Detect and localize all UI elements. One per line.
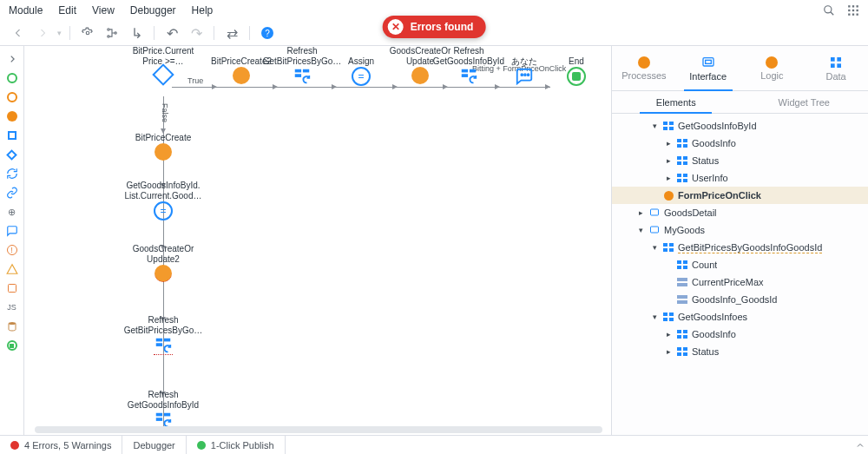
refresh-data-icon bbox=[154, 336, 173, 355]
svg-rect-49 bbox=[683, 161, 687, 165]
tree-row[interactable]: ▾GetGoodsInfoById bbox=[612, 117, 868, 135]
tree-caret-icon[interactable]: ▸ bbox=[664, 156, 673, 165]
svg-rect-45 bbox=[683, 144, 687, 148]
tree-caret-icon[interactable]: ▸ bbox=[664, 139, 673, 148]
toolbar-undo-icon[interactable]: ↶ bbox=[162, 24, 181, 42]
subtab-widget-tree-label: Widget Tree bbox=[779, 97, 830, 108]
tree-caret-icon[interactable]: ▸ bbox=[664, 330, 673, 339]
tree-caret-icon[interactable]: ▾ bbox=[650, 313, 659, 321]
server-action-icon bbox=[233, 67, 250, 84]
tree-item-icon bbox=[676, 328, 688, 340]
tool-refresh-icon[interactable] bbox=[4, 166, 20, 181]
panel-sub-tabs: Elements Widget Tree bbox=[612, 91, 868, 114]
node-getgoods-assign[interactable]: GetGoodsInfoById. List.Current.Good… = bbox=[127, 181, 200, 220]
menu-module[interactable]: Module bbox=[9, 4, 43, 16]
node-vrefresh2[interactable]: Refresh GetGoodsInfoById bbox=[127, 390, 200, 430]
tool-link-icon[interactable] bbox=[4, 185, 20, 201]
tool-chevron-right-icon[interactable] bbox=[4, 51, 20, 67]
node-label: Refresh GetGoodsInfoById bbox=[128, 390, 199, 411]
tool-note-icon[interactable] bbox=[4, 280, 20, 296]
tree-row[interactable]: ▸Status bbox=[612, 152, 868, 169]
tree-row[interactable]: ▸GoodsDetail bbox=[612, 204, 868, 221]
tool-message-icon[interactable] bbox=[4, 223, 20, 239]
tree-caret-icon[interactable]: ▸ bbox=[664, 347, 673, 356]
tab-interface[interactable]: Interface bbox=[676, 46, 740, 90]
status-collapse-icon[interactable] bbox=[852, 436, 868, 455]
tree-row[interactable]: FormPriceOnClick bbox=[612, 187, 868, 204]
node-if[interactable]: BitPrice.Current Price >=… bbox=[127, 46, 200, 82]
toolbar-redo-icon[interactable]: ↷ bbox=[187, 24, 206, 42]
svg-rect-10 bbox=[857, 14, 858, 16]
tree-item-label: Status bbox=[692, 346, 719, 357]
logic-icon bbox=[766, 56, 778, 69]
tree-row[interactable]: ▾GetBitPricesByGoodsInfoGoodsId bbox=[612, 239, 868, 256]
tree-caret-icon[interactable]: ▾ bbox=[650, 243, 659, 252]
tree-row[interactable]: ▸GoodsInfo bbox=[612, 135, 868, 152]
status-errors-label: 4 Errors, 5 Warnings bbox=[24, 440, 111, 451]
status-errors[interactable]: 4 Errors, 5 Warnings bbox=[0, 436, 122, 454]
tree-row[interactable]: Count bbox=[612, 256, 868, 273]
tool-js-icon[interactable]: JS bbox=[4, 299, 20, 315]
menu-help[interactable]: Help bbox=[192, 4, 214, 16]
svg-rect-53 bbox=[683, 179, 687, 182]
tree-item-label: GetGoodsInfoes bbox=[678, 312, 747, 322]
tool-circle-fill-icon[interactable] bbox=[4, 109, 20, 124]
tree-row[interactable]: ▸Status bbox=[612, 343, 868, 360]
tree-row[interactable]: ▸UserInfo bbox=[612, 169, 868, 187]
tree-caret-icon[interactable]: ▾ bbox=[636, 226, 645, 234]
tree-row[interactable]: ▾GetGoodsInfoes bbox=[612, 308, 868, 326]
nav-back-button[interactable] bbox=[9, 24, 28, 42]
tool-exception-icon[interactable]: ! bbox=[4, 242, 20, 258]
svg-rect-9 bbox=[852, 14, 854, 16]
search-icon[interactable] bbox=[823, 4, 835, 16]
svg-rect-71 bbox=[669, 318, 674, 321]
tab-processes[interactable]: Processes bbox=[612, 46, 676, 90]
subtab-widget-tree[interactable]: Widget Tree bbox=[740, 91, 869, 113]
flow-canvas[interactable]: True Bitting + FormPriceOnClick BitPrice… bbox=[24, 46, 611, 435]
menu-edit[interactable]: Edit bbox=[58, 4, 76, 16]
tree-row[interactable]: CurrentPriceMax bbox=[612, 273, 868, 291]
tool-diamond-icon[interactable] bbox=[4, 147, 20, 162]
status-debugger[interactable]: Debugger bbox=[122, 436, 186, 454]
tree-item-icon bbox=[662, 120, 674, 132]
svg-rect-21 bbox=[462, 74, 468, 77]
node-bitpricecreate[interactable]: BitPriceCreate bbox=[127, 122, 200, 161]
menu-debugger[interactable]: Debugger bbox=[130, 4, 176, 16]
toolbar-arrow-icon[interactable]: ⇄ bbox=[222, 24, 241, 42]
tree-row[interactable]: ▸GoodsInfo bbox=[612, 326, 868, 343]
node-end[interactable]: End bbox=[540, 46, 611, 86]
errors-found-badge[interactable]: ✕ Errors found bbox=[383, 16, 486, 38]
tool-start-icon[interactable] bbox=[4, 70, 20, 86]
toolbar-branch-icon[interactable]: ↳ bbox=[127, 24, 146, 42]
tree-row[interactable]: GoodsInfo_GoodsId bbox=[612, 291, 868, 308]
tab-logic[interactable]: Logic bbox=[740, 46, 805, 90]
node-goods-cru2[interactable]: GoodsCreateOr Update2 bbox=[127, 244, 200, 282]
canvas-horizontal-scrollbar[interactable] bbox=[35, 426, 602, 433]
tree-item-label: Count bbox=[692, 260, 717, 270]
tool-warning-icon[interactable] bbox=[4, 261, 20, 277]
tree-item-label: GetBitPricesByGoodsInfoGoodsId bbox=[678, 242, 822, 253]
tree-caret-icon[interactable]: ▸ bbox=[664, 174, 673, 182]
toolbar-tree-icon[interactable] bbox=[102, 24, 122, 42]
tool-square-icon[interactable] bbox=[4, 128, 20, 143]
tree-item-label: GoodsDetail bbox=[664, 207, 717, 218]
apps-grid-icon[interactable] bbox=[847, 4, 859, 16]
tree-caret-icon[interactable]: ▾ bbox=[650, 122, 659, 130]
tool-db-icon[interactable] bbox=[4, 319, 20, 334]
elements-tree[interactable]: ▾GetGoodsInfoById▸GoodsInfo▸Status▸UserI… bbox=[612, 114, 868, 435]
svg-point-12 bbox=[108, 29, 109, 30]
menu-view[interactable]: View bbox=[92, 4, 115, 16]
toolbar-help-icon[interactable]: ? bbox=[258, 24, 277, 42]
subtab-elements[interactable]: Elements bbox=[612, 91, 740, 113]
tool-cross-icon[interactable]: ⊕ bbox=[4, 204, 20, 220]
tab-data[interactable]: Data bbox=[804, 46, 868, 90]
toolbar-settings-icon[interactable] bbox=[78, 24, 97, 42]
svg-rect-50 bbox=[677, 174, 681, 177]
tool-circle-outline-icon[interactable] bbox=[4, 89, 20, 105]
nav-forward-button[interactable] bbox=[33, 24, 52, 42]
tree-caret-icon[interactable]: ▸ bbox=[636, 208, 645, 217]
node-vrefresh1[interactable]: Refresh GetBitPricesByGo… bbox=[127, 315, 200, 355]
tool-end-icon[interactable] bbox=[4, 338, 20, 353]
status-publish[interactable]: 1-Click Publish bbox=[187, 436, 286, 454]
tree-row[interactable]: ▾MyGoods bbox=[612, 221, 868, 239]
